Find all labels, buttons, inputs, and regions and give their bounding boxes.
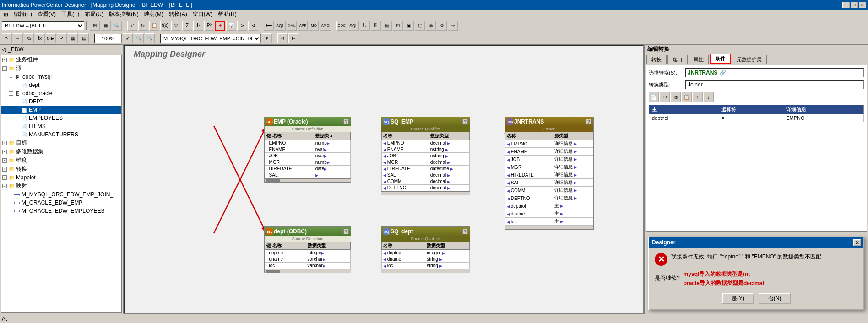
tab-metadata[interactable]: 元数据扩展 — [732, 55, 767, 64]
tb2-btn-fitall[interactable]: ⤢ — [123, 33, 133, 43]
menu-tools[interactable]: 工具(T) — [59, 10, 82, 19]
sq-emp-node[interactable]: sq SQ_EMP ? Source Qualifier 名称数据类型 ◀ EM… — [381, 117, 470, 195]
tab-port[interactable]: 端口 — [667, 55, 688, 64]
tb-btn-search[interactable]: 🔍 — [112, 21, 122, 31]
tree-item-odbc-mysql[interactable]: – 🗄 odbc_mysql — [1, 73, 121, 81]
condition-detail[interactable]: EMPNO — [783, 114, 864, 122]
emp-source-help[interactable]: ? — [343, 119, 349, 124]
tb2-btn-link[interactable]: → — [13, 33, 23, 43]
expand-odbc-mysql[interactable]: – — [9, 75, 13, 79]
emp-source-scrollbar[interactable] — [265, 178, 351, 182]
menu-window[interactable]: 窗口(W) — [190, 10, 215, 19]
expand-mapplet[interactable]: + — [2, 175, 7, 180]
sq-emp-scrollbar[interactable] — [381, 191, 470, 195]
tb2-btn-tbl[interactable]: ▤ — [79, 33, 89, 43]
tb2-btn-trg2[interactable]: ⊳ — [288, 33, 298, 43]
tb2-btn-zoomout[interactable]: 🔍 — [145, 33, 155, 43]
expand-cube[interactable]: + — [2, 150, 7, 154]
tb-btn-app[interactable]: APP — [298, 21, 308, 31]
tb-btn-frame[interactable]: ⊡ — [393, 21, 403, 31]
tb-btn-sql[interactable]: SQL — [275, 21, 286, 31]
jnrtrans-help[interactable]: ? — [586, 119, 591, 124]
tab-transform[interactable]: 转换 — [646, 55, 667, 64]
tree-item-emp[interactable]: 📄 EMP — [1, 106, 121, 114]
condition-btn-doc[interactable]: 📄 — [649, 92, 659, 102]
tree-item-dept-mysql[interactable]: 📄 dept — [1, 81, 121, 89]
tb-btn-2[interactable]: ▷ — [138, 21, 148, 31]
tree-item-m3[interactable]: ⟷ M_ORACLE_EDW_EMPLOYEES — [1, 207, 121, 215]
tree-item-items[interactable]: 📄 ITEMS — [1, 122, 121, 130]
tb-btn-m2[interactable]: ▢ — [415, 21, 425, 31]
condition-row[interactable]: deptnol = EMPNO — [649, 114, 864, 122]
tb-btn-amq[interactable]: AMQ — [320, 21, 331, 31]
condition-btn-paste[interactable]: 📋 — [682, 92, 692, 102]
tree-item-dim[interactable]: + 📁 维度 — [1, 156, 121, 165]
menu-transform[interactable]: 转换(A) — [166, 10, 190, 19]
menu-edit[interactable]: 编辑(E) — [11, 10, 35, 19]
tb-btn-chart[interactable]: 📊 — [226, 21, 236, 31]
tb-btn-fx[interactable]: f(x) — [160, 21, 170, 31]
tb-btn-design[interactable]: ▦ — [101, 21, 111, 31]
tb-btn-sql2[interactable]: SQL — [348, 21, 359, 31]
tb-btn-12[interactable]: 1² — [193, 21, 203, 31]
tb-btn-filter[interactable]: ▽ — [171, 21, 181, 31]
minimize-btn[interactable]: – — [842, 2, 850, 8]
sq-emp-help[interactable]: ? — [462, 119, 468, 124]
expand-source[interactable]: – — [2, 66, 7, 71]
tree-item-dept-oracle[interactable]: 📄 DEPT — [1, 97, 121, 106]
tree-item-odbc-oracle[interactable]: – 🗄 odbc_oracle — [1, 89, 121, 97]
tb-btn-trg[interactable]: ⊲ — [248, 21, 258, 31]
tb-btn-xml[interactable]: XML — [287, 21, 297, 31]
tb2-btn-fx[interactable]: fx — [35, 33, 45, 43]
close-btn[interactable]: ✕ — [859, 2, 866, 8]
tb-btn-cdc[interactable]: CDC — [336, 21, 347, 31]
menu-app[interactable]: ⊞ — [1, 11, 11, 19]
expand-mapping[interactable]: – — [2, 184, 7, 188]
tb-btn-star[interactable]: ✦ — [215, 21, 225, 31]
tb2-btn-copy[interactable]: ⧉ — [24, 33, 34, 43]
tb2-btn-zoomin[interactable]: 🔍 — [134, 33, 144, 43]
expand-target[interactable]: + — [2, 141, 7, 145]
tab-condition[interactable]: 条件 — [710, 54, 731, 64]
tb-btn-grid[interactable]: ⊞ — [90, 21, 100, 31]
expand-odbc-oracle[interactable]: – — [9, 91, 13, 96]
tb-btn-sum[interactable]: Σ — [182, 21, 192, 31]
maximize-btn[interactable]: □ — [851, 2, 858, 8]
tb2-btn-3[interactable]: ▷▶ — [46, 33, 56, 43]
dialog-no-btn[interactable]: 否(N) — [759, 293, 791, 304]
tb2-btn-src2[interactable]: ⊲ — [277, 33, 288, 43]
condition-btn-copy[interactable]: ⧉ — [671, 92, 681, 102]
emp-source-node[interactable]: src EMP (Oracle) ? Source Definition 键 名… — [264, 117, 351, 183]
tb-btn-u[interactable]: U — [360, 21, 370, 31]
tb-btn-m1[interactable]: ▣ — [404, 21, 414, 31]
tree-item-target[interactable]: + 📁 目标 — [1, 139, 121, 147]
tree-item-cube[interactable]: + 📁 多维数据集 — [1, 147, 121, 156]
sq-dept-scrollbar[interactable] — [381, 269, 470, 273]
menu-view[interactable]: 查看(V) — [35, 10, 59, 19]
tb-btn-p[interactable]: P⁰ — [204, 21, 214, 31]
tb2-btn-grid[interactable]: ▦ — [68, 33, 78, 43]
expand-business[interactable]: + — [2, 58, 7, 62]
sq-dept-help[interactable]: ? — [462, 229, 468, 234]
tb-btn-3[interactable]: 📋 — [149, 21, 159, 31]
panel-collapse-btn[interactable]: ◁ — [2, 46, 6, 53]
jnrtrans-node[interactable]: JNR JNRTRANS ? Joiner 名称源类型 ◀ EMPNO详细信息 … — [505, 117, 594, 230]
tb2-btn-cursor[interactable]: ↖ — [2, 33, 12, 43]
zoom-input[interactable] — [94, 34, 122, 43]
tb-btn-circle[interactable]: ◎ — [426, 21, 436, 31]
tb2-btn-validate[interactable]: ✓ — [57, 33, 67, 43]
tree-item-manufacturers[interactable]: 📄 MANUFACTURERS — [1, 130, 121, 139]
condition-btn-scissors[interactable]: ✂ — [660, 92, 670, 102]
tree-item-business[interactable]: + 📁 业务组件 — [1, 55, 121, 64]
tree-item-source[interactable]: – 📁 源 — [1, 64, 121, 73]
dept-source-node[interactable]: src dept (ODBC) ? Source Definition 键 名称… — [264, 226, 351, 273]
menu-mapping[interactable]: 映射(M) — [141, 10, 166, 19]
tb2-btn-dropdown[interactable]: ▼ — [262, 33, 272, 43]
tree-item-mapping[interactable]: – 📁 映射 — [1, 182, 121, 190]
menu-version[interactable]: 版本控制(N) — [106, 10, 141, 19]
mapping-combo[interactable]: M_MYSQL_ORC_EDW_EMP_JOIN_DEPT — [160, 34, 261, 43]
tb-btn-export[interactable]: ⇒ — [448, 21, 458, 31]
tb-btn-src[interactable]: ⊳ — [237, 21, 247, 31]
expand-dim[interactable]: + — [2, 158, 7, 163]
dept-source-help[interactable]: ? — [343, 229, 349, 234]
